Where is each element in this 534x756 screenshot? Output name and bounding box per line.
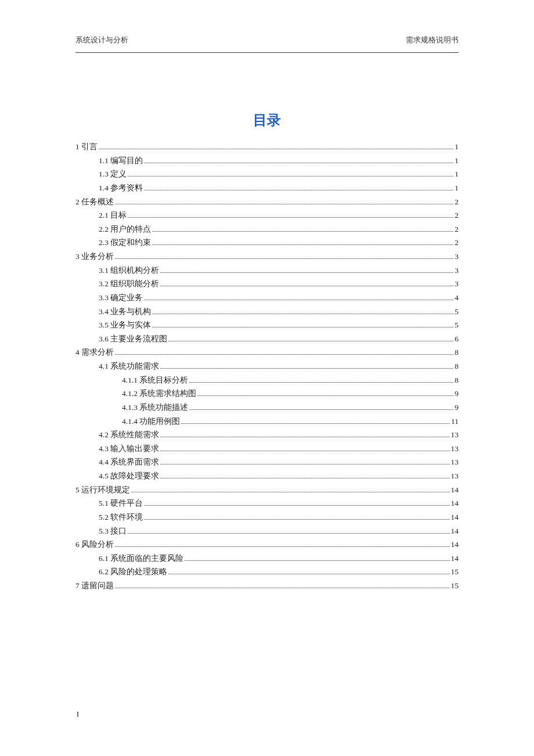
header-left: 系统设计与分析 xyxy=(75,35,128,45)
toc-leader-dots xyxy=(144,505,449,506)
toc-entry: 1.3 定义1 xyxy=(75,167,459,181)
toc-entry-page: 2 xyxy=(454,208,459,222)
toc-entry-page: 13 xyxy=(451,428,459,442)
toc-entry-page: 15 xyxy=(451,565,459,579)
toc-entry-label: 4.4 系统界面需求 xyxy=(99,455,159,469)
toc-entry-label: 1.1 编写目的 xyxy=(99,154,143,168)
toc-leader-dots xyxy=(115,354,453,355)
toc-entry: 5.3 接口14 xyxy=(75,524,459,538)
toc-leader-dots xyxy=(152,314,453,314)
toc-entry-label: 5.2 软件环境 xyxy=(99,510,143,524)
toc-entry-page: 6 xyxy=(454,332,459,346)
toc-entry-page: 1 xyxy=(454,154,459,168)
toc-entry: 4.5 故障处理要求13 xyxy=(75,469,459,483)
toc-entry-page: 14 xyxy=(451,496,459,510)
toc-entry: 3.2 组织职能分析3 xyxy=(75,277,459,291)
toc-entry-page: 14 xyxy=(451,538,459,552)
toc-entry-page: 13 xyxy=(451,455,459,469)
toc-entry-label: 3.2 组织职能分析 xyxy=(99,277,159,291)
toc-entry-label: 7 遗留问题 xyxy=(75,579,114,593)
toc-entry-label: 1.3 定义 xyxy=(99,167,127,181)
toc-entry: 4.1 系统功能需求8 xyxy=(75,359,459,373)
toc-entry-label: 5.3 接口 xyxy=(99,524,127,538)
toc-entry: 2.2 用户的特点2 xyxy=(75,222,459,236)
toc-entry-page: 14 xyxy=(451,524,459,538)
page-number: I xyxy=(77,710,79,719)
toc-entry-label: 3.6 主要业务流程图 xyxy=(99,332,167,346)
toc-leader-dots xyxy=(189,382,453,383)
toc-entry: 4.3 输入输出要求13 xyxy=(75,442,459,456)
toc-entry: 2.3 假定和约束2 xyxy=(75,236,459,250)
toc-entry-label: 4.5 故障处理要求 xyxy=(99,469,159,483)
toc-entry: 7 遗留问题15 xyxy=(75,579,459,593)
toc-entry-page: 3 xyxy=(454,264,459,278)
toc-entry-label: 4 需求分析 xyxy=(75,345,114,359)
toc-entry: 3 业务分析3 xyxy=(75,250,459,264)
toc-entry-page: 15 xyxy=(451,579,459,593)
toc-leader-dots xyxy=(144,519,449,520)
toc-leader-dots xyxy=(128,533,449,534)
toc-entry-page: 9 xyxy=(454,401,459,415)
toc-leader-dots xyxy=(168,574,449,574)
toc-leader-dots xyxy=(160,478,449,478)
toc-entry: 4.4 系统界面需求13 xyxy=(75,455,459,469)
toc-entry: 6.2 风险的处理策略15 xyxy=(75,565,459,579)
toc-leader-dots xyxy=(160,272,453,273)
toc-leader-dots xyxy=(115,546,449,547)
toc-entry-label: 3.1 组织机构分析 xyxy=(99,264,159,278)
toc-leader-dots xyxy=(128,176,453,177)
toc-leader-dots xyxy=(99,149,453,149)
toc-entry-page: 8 xyxy=(454,345,459,359)
toc-entry: 5 运行环境规定14 xyxy=(75,483,459,497)
toc-entry-label: 2.2 用户的特点 xyxy=(99,222,151,236)
toc-leader-dots xyxy=(131,492,449,492)
toc-leader-dots xyxy=(197,395,453,396)
toc-entry-page: 14 xyxy=(451,552,459,566)
toc-entry-label: 5 运行环境规定 xyxy=(75,483,130,497)
toc-entry-page: 5 xyxy=(454,305,459,319)
toc-entry: 1.4 参考资料1 xyxy=(75,181,459,195)
toc-entry-page: 1 xyxy=(454,181,459,195)
header-divider xyxy=(75,52,459,53)
page-header: 系统设计与分析 需求规格说明书 xyxy=(75,35,459,45)
toc-entry-label: 3.5 业务与实体 xyxy=(99,318,151,332)
toc-leader-dots xyxy=(185,560,449,561)
toc-leader-dots xyxy=(128,217,453,218)
toc-entry-page: 5 xyxy=(454,318,459,332)
toc-entry: 4.1.2 系统需求结构图9 xyxy=(75,387,459,401)
toc-leader-dots xyxy=(144,163,453,163)
table-of-contents: 1 引言11.1 编写目的11.3 定义11.4 参考资料12 任务概述22.1… xyxy=(75,140,459,593)
toc-entry-page: 11 xyxy=(451,415,459,429)
toc-entry-page: 14 xyxy=(451,510,459,524)
toc-entry-label: 4.1 系统功能需求 xyxy=(99,359,159,373)
toc-leader-dots xyxy=(152,327,453,327)
toc-entry-page: 2 xyxy=(454,236,459,250)
toc-entry-label: 2.1 目标 xyxy=(99,208,127,222)
toc-entry-page: 2 xyxy=(454,222,459,236)
toc-entry-page: 4 xyxy=(454,291,459,305)
toc-entry: 6.1 系统面临的主要风险14 xyxy=(75,552,459,566)
toc-entry: 4 需求分析8 xyxy=(75,345,459,359)
toc-title: 目录 xyxy=(75,111,459,129)
toc-entry: 1 引言1 xyxy=(75,140,459,154)
toc-leader-dots xyxy=(152,244,453,245)
toc-leader-dots xyxy=(160,464,449,465)
toc-entry: 3.1 组织机构分析3 xyxy=(75,264,459,278)
toc-entry: 3.3 确定业务4 xyxy=(75,291,459,305)
toc-leader-dots xyxy=(160,437,449,437)
toc-entry-page: 13 xyxy=(451,469,459,483)
toc-entry: 2 任务概述2 xyxy=(75,195,459,209)
toc-leader-dots xyxy=(168,341,453,341)
toc-leader-dots xyxy=(181,423,450,424)
toc-entry: 4.2 系统性能需求13 xyxy=(75,428,459,442)
toc-entry: 4.1.3 系统功能描述9 xyxy=(75,401,459,415)
toc-leader-dots xyxy=(115,258,453,259)
header-right: 需求规格说明书 xyxy=(406,35,459,45)
toc-entry-label: 6.1 系统面临的主要风险 xyxy=(99,552,183,566)
toc-leader-dots xyxy=(115,204,453,204)
toc-entry-label: 6 风险分析 xyxy=(75,538,114,552)
toc-entry-page: 1 xyxy=(454,140,459,154)
toc-entry: 5.1 硬件平台14 xyxy=(75,496,459,510)
toc-entry: 3.6 主要业务流程图6 xyxy=(75,332,459,346)
toc-entry: 2.1 目标2 xyxy=(75,208,459,222)
